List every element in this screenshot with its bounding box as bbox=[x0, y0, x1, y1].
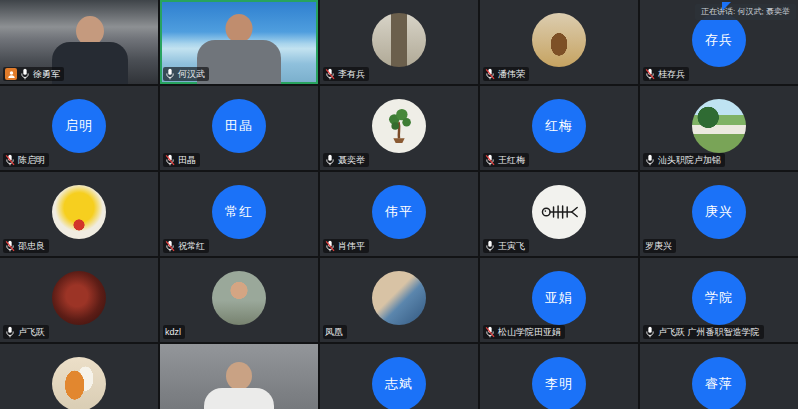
participant-label: 卢飞跃 广州番职智造学院 bbox=[643, 325, 764, 339]
participant-name: 田晶 bbox=[178, 154, 196, 166]
mic-on-icon bbox=[325, 154, 335, 166]
avatar bbox=[372, 271, 426, 325]
participant-label: kdzl bbox=[163, 325, 185, 339]
participant-tile[interactable]: 潘伟荣 bbox=[480, 0, 638, 84]
participant-name: 桂存兵 bbox=[658, 68, 685, 80]
participant-label: 汕头职院卢加锦 bbox=[643, 153, 725, 167]
participant-tile[interactable]: 凤凰 bbox=[320, 258, 478, 342]
participant-label: 罗庚兴 bbox=[643, 239, 676, 253]
mic-muted-icon bbox=[485, 154, 495, 166]
avatar: 睿萍 bbox=[692, 357, 746, 409]
participant-name: 潘伟荣 bbox=[498, 68, 525, 80]
participant-tile[interactable] bbox=[160, 344, 318, 409]
avatar: 庚兴 bbox=[692, 185, 746, 239]
participant-name: kdzl bbox=[165, 326, 181, 338]
participant-name: 祝常红 bbox=[178, 240, 205, 252]
mic-muted-icon bbox=[325, 68, 335, 80]
mic-muted-icon bbox=[325, 240, 335, 252]
participant-label: 李有兵 bbox=[323, 67, 369, 81]
participant-name: 陈启明 bbox=[18, 154, 45, 166]
participant-name: 凤凰 bbox=[325, 326, 343, 338]
avatar bbox=[532, 13, 586, 67]
participant-tile[interactable]: 李有兵 bbox=[320, 0, 478, 84]
participant-tile[interactable]: 常红 祝常红 bbox=[160, 172, 318, 256]
participant-label: 聂奕举 bbox=[323, 153, 369, 167]
participant-tile[interactable]: 聂奕举 bbox=[320, 86, 478, 170]
mic-muted-icon bbox=[645, 68, 655, 80]
mic-muted-icon bbox=[5, 240, 15, 252]
participant-label: 田晶 bbox=[163, 153, 200, 167]
participant-label: 陈启明 bbox=[3, 153, 49, 167]
avatar: 志斌 bbox=[372, 357, 426, 409]
participant-label: 桂存兵 bbox=[643, 67, 689, 81]
participant-label: 肖伟平 bbox=[323, 239, 369, 253]
participant-name: 卢飞跃 bbox=[18, 326, 45, 338]
mic-on-icon bbox=[165, 68, 175, 80]
participant-grid: 徐勇军 何汉武 李有兵 潘伟荣 存兵 bbox=[0, 0, 798, 409]
avatar: 学院 bbox=[692, 271, 746, 325]
participant-tile[interactable]: 红梅 王红梅 bbox=[480, 86, 638, 170]
participant-tile[interactable]: 睿萍 bbox=[640, 344, 798, 409]
host-badge-icon bbox=[5, 68, 17, 80]
mic-muted-icon bbox=[5, 154, 15, 166]
avatar: 田晶 bbox=[212, 99, 266, 153]
participant-tile[interactable]: kdzl bbox=[160, 258, 318, 342]
participant-tile[interactable]: 学院 卢飞跃 广州番职智造学院 bbox=[640, 258, 798, 342]
participant-tile[interactable]: 汕头职院卢加锦 bbox=[640, 86, 798, 170]
participant-name: 汕头职院卢加锦 bbox=[658, 154, 721, 166]
mic-on-icon bbox=[645, 154, 655, 166]
avatar bbox=[52, 271, 106, 325]
participant-tile[interactable] bbox=[0, 344, 158, 409]
participant-tile[interactable]: 王寅飞 bbox=[480, 172, 638, 256]
avatar: 存兵 bbox=[692, 13, 746, 67]
meeting-window: 正在讲话: 何汉武; 聂奕举 徐勇军 何汉武 李有兵 bbox=[0, 0, 798, 409]
participant-label: 何汉武 bbox=[163, 67, 209, 81]
mic-on-icon bbox=[645, 326, 655, 338]
avatar bbox=[692, 99, 746, 153]
participant-name: 徐勇军 bbox=[33, 68, 60, 80]
avatar bbox=[212, 271, 266, 325]
mic-on-icon bbox=[5, 326, 15, 338]
avatar bbox=[52, 185, 106, 239]
participant-tile[interactable]: 卢飞跃 bbox=[0, 258, 158, 342]
mic-on-icon bbox=[20, 68, 30, 80]
toast-pointer bbox=[722, 2, 731, 11]
avatar: 启明 bbox=[52, 99, 106, 153]
participant-tile[interactable]: 亚娟 松山学院田亚娟 bbox=[480, 258, 638, 342]
mic-muted-icon bbox=[165, 240, 175, 252]
participant-tile[interactable]: 庚兴 罗庚兴 bbox=[640, 172, 798, 256]
avatar bbox=[372, 99, 426, 153]
participant-tile[interactable]: 启明 陈启明 bbox=[0, 86, 158, 170]
avatar bbox=[532, 185, 586, 239]
participant-name: 李有兵 bbox=[338, 68, 365, 80]
participant-tile[interactable]: 田晶 田晶 bbox=[160, 86, 318, 170]
now-speaking-toast: 正在讲话: 何汉武; 聂奕举 bbox=[695, 4, 796, 20]
mic-on-icon bbox=[485, 240, 495, 252]
participant-name: 何汉武 bbox=[178, 68, 205, 80]
participant-label: 潘伟荣 bbox=[483, 67, 529, 81]
participant-name: 松山学院田亚娟 bbox=[498, 326, 561, 338]
avatar bbox=[52, 357, 106, 409]
participant-name: 肖伟平 bbox=[338, 240, 365, 252]
participant-tile[interactable]: 志斌 bbox=[320, 344, 478, 409]
participant-label: 徐勇军 bbox=[3, 67, 64, 81]
avatar: 李明 bbox=[532, 357, 586, 409]
participant-label: 祝常红 bbox=[163, 239, 209, 253]
participant-label: 卢飞跃 bbox=[3, 325, 49, 339]
avatar: 伟平 bbox=[372, 185, 426, 239]
participant-label: 王红梅 bbox=[483, 153, 529, 167]
avatar bbox=[372, 13, 426, 67]
participant-tile[interactable]: 李明 bbox=[480, 344, 638, 409]
participant-name: 罗庚兴 bbox=[645, 240, 672, 252]
participant-label: 松山学院田亚娟 bbox=[483, 325, 565, 339]
participant-label: 凤凰 bbox=[323, 325, 347, 339]
participant-name: 王红梅 bbox=[498, 154, 525, 166]
participant-tile[interactable]: 徐勇军 bbox=[0, 0, 158, 84]
fish-skeleton-image bbox=[539, 198, 579, 226]
participant-tile[interactable]: 伟平 肖伟平 bbox=[320, 172, 478, 256]
participant-tile[interactable]: 邵忠良 bbox=[0, 172, 158, 256]
participant-tile[interactable]: 何汉武 bbox=[160, 0, 318, 84]
video-person-body bbox=[204, 388, 274, 409]
mic-muted-icon bbox=[165, 154, 175, 166]
participant-name: 卢飞跃 广州番职智造学院 bbox=[658, 326, 760, 338]
